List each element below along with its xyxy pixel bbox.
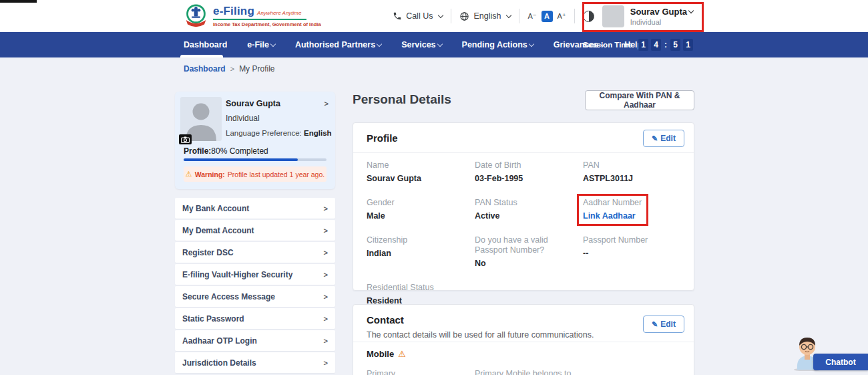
- font-increase-button[interactable]: A⁺: [558, 12, 566, 21]
- logo-brand: e-Filing: [213, 5, 254, 17]
- sidebar-item-secure-access-message[interactable]: Secure Access Message>: [175, 286, 335, 307]
- page-title: Personal Details: [353, 92, 451, 107]
- profile-progress-text: 80% Completed: [211, 146, 268, 156]
- session-digit: 4: [651, 39, 661, 51]
- chevron-right-icon: >: [324, 359, 328, 367]
- profile-summary-card: Sourav Gupta > Individual Language Prefe…: [175, 92, 335, 189]
- session-colon: :: [664, 40, 667, 49]
- language-preference-value: English: [304, 129, 332, 137]
- top-header: e-FilingAnywhere Anytime Income Tax Depa…: [0, 0, 868, 32]
- chevron-right-icon[interactable]: >: [324, 100, 329, 108]
- nav-dashboard[interactable]: Dashboard: [184, 40, 227, 49]
- breadcrumb-separator-icon: >: [230, 65, 234, 73]
- language-label: English: [473, 11, 501, 21]
- compare-pan-aadhaar-button[interactable]: Compare With PAN & Aadhaar: [585, 90, 694, 110]
- session-digit: 1: [638, 39, 648, 51]
- pencil-icon: ✎: [652, 320, 658, 329]
- profile-progress-fill: [184, 158, 298, 161]
- profile-card-title: Profile: [367, 132, 398, 144]
- contrast-toggle-icon[interactable]: [583, 11, 594, 22]
- session-time-label: Session Time: [583, 41, 632, 49]
- summary-user-role: Individual: [226, 114, 260, 123]
- link-aadhaar-link[interactable]: Link Aadhaar: [583, 211, 682, 221]
- efiling-logo[interactable]: e-FilingAnywhere Anytime Income Tax Depa…: [184, 3, 321, 28]
- field-valid-passport: Do you have a valid Passport Number? No: [475, 235, 583, 269]
- phone-icon: [393, 11, 402, 21]
- nav-pending-actions[interactable]: Pending Actions: [462, 40, 533, 49]
- breadcrumb-dashboard[interactable]: Dashboard: [184, 64, 226, 74]
- main-navbar: Dashboard e-File Authorised Partners Ser…: [0, 32, 868, 57]
- call-us-dropdown[interactable]: Call Us: [393, 11, 443, 21]
- nav-services[interactable]: Services: [401, 40, 441, 49]
- chevron-right-icon: >: [324, 337, 328, 345]
- primary-mobile-belongs-label: Primary Mobile belongs to: [475, 369, 572, 375]
- warning-text: Profile last updated 1 year ago.: [228, 170, 324, 178]
- chevron-right-icon: >: [324, 315, 328, 323]
- contact-edit-button[interactable]: ✎ Edit: [643, 316, 684, 333]
- field-date-of-birth: Date of Birth 03-Feb-1995: [475, 160, 583, 184]
- profile-edit-button[interactable]: ✎ Edit: [643, 130, 684, 147]
- sidebar-item-my-demat-account[interactable]: My Demat Account>: [175, 220, 335, 241]
- sidebar-item-jurisdiction-details[interactable]: Jurisdiction Details>: [175, 352, 335, 373]
- warning-icon: ⚠: [398, 349, 406, 359]
- chevron-down-icon: [377, 41, 382, 47]
- field-passport-number: Passport Number --: [583, 235, 682, 269]
- sidebar-item-static-password[interactable]: Static Password>: [175, 308, 335, 329]
- chevron-right-icon: >: [324, 205, 328, 213]
- field-residential-status: Residential Status Resident: [367, 283, 475, 306]
- language-preference-label: Language Preference:: [226, 129, 302, 137]
- chevron-down-icon: [528, 41, 533, 47]
- efiling-portal-page: e-FilingAnywhere Anytime Income Tax Depa…: [0, 0, 868, 375]
- contact-card-title: Contact: [367, 314, 404, 326]
- avatar: [602, 5, 624, 27]
- user-role: Individual: [630, 18, 693, 26]
- logo-tagline: Anywhere Anytime: [257, 10, 301, 16]
- chatbot-button[interactable]: Chatbot: [813, 354, 868, 370]
- breadcrumb-current: My Profile: [239, 64, 274, 74]
- divider: [574, 9, 575, 23]
- contact-card: Contact The contact details will be used…: [353, 304, 694, 375]
- profile-details-card: Profile ✎ Edit Name Sourav Gupta Date of…: [353, 122, 694, 291]
- nav-authorised-partners[interactable]: Authorised Partners: [295, 40, 381, 49]
- chevron-down-icon: [438, 13, 443, 18]
- field-aadhar-number: Aadhar Number Link Aadhaar: [583, 198, 682, 221]
- chevron-right-icon: >: [324, 293, 328, 301]
- divider: [519, 9, 519, 23]
- sidebar-item-my-bank-account[interactable]: My Bank Account>: [175, 198, 335, 219]
- breadcrumb: Dashboard > My Profile: [184, 64, 274, 74]
- chevron-right-icon: >: [324, 249, 328, 257]
- sidebar-item-aadhaar-otp-login[interactable]: Aadhaar OTP Login>: [175, 330, 335, 351]
- globe-icon: [459, 11, 469, 21]
- font-decrease-button[interactable]: A⁻: [527, 12, 536, 21]
- language-dropdown[interactable]: English: [459, 11, 511, 21]
- chevron-right-icon: >: [324, 227, 328, 235]
- field-pan-status: PAN Status Active: [475, 198, 583, 221]
- field-pan: PAN ASTPL3011J: [583, 160, 682, 184]
- pencil-icon: ✎: [652, 134, 658, 143]
- warning-icon: ⚠: [186, 170, 192, 178]
- window-edge-artifact: [0, 0, 37, 3]
- user-name: Sourav Gupta: [630, 7, 687, 17]
- chevron-down-icon: [437, 41, 442, 47]
- nav-efile[interactable]: e-File: [247, 40, 275, 49]
- camera-icon[interactable]: [179, 134, 192, 144]
- primary-mobile-label: Primary: [367, 369, 395, 375]
- call-us-label: Call Us: [406, 11, 433, 21]
- divider: [451, 9, 451, 23]
- profile-warning-banner: ⚠ Warning: Profile last updated 1 year a…: [184, 166, 327, 182]
- session-digit: 5: [670, 39, 680, 51]
- font-size-controls: A⁻ A A⁺: [527, 11, 566, 22]
- summary-user-name: Sourav Gupta: [226, 99, 280, 108]
- field-name: Name Sourav Gupta: [367, 160, 475, 184]
- profile-progress-bar: [184, 158, 327, 161]
- user-menu[interactable]: Sourav Gupta Individual: [602, 5, 693, 27]
- font-default-button[interactable]: A: [541, 11, 553, 22]
- contact-subtitle: The contact details will be used for all…: [367, 330, 680, 340]
- sidebar-item-efiling-vault[interactable]: E-filing Vault-Higher Security>: [175, 264, 335, 285]
- profile-progress-label: Profile:: [184, 146, 211, 156]
- chevron-down-icon: [506, 13, 511, 18]
- nav-active-indicator: [180, 55, 223, 57]
- session-digit: 1: [683, 39, 693, 51]
- sidebar-item-register-dsc[interactable]: Register DSC>: [175, 242, 335, 263]
- warning-label: Warning:: [195, 170, 225, 178]
